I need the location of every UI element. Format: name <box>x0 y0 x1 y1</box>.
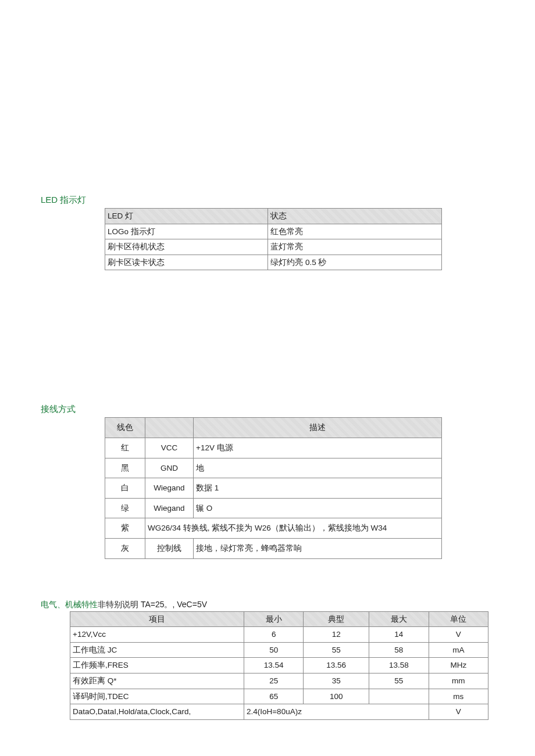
elec-header-typ: 典型 <box>304 611 369 627</box>
table-row: 有效距离 Q* 25 35 55 mm <box>70 673 488 689</box>
elec-typ: 35 <box>304 673 369 689</box>
elec-min: 50 <box>244 642 303 658</box>
table-row: 白 Wiegand 数据 1 <box>105 478 442 499</box>
wiring-header-color: 线色 <box>105 418 145 438</box>
table-row: 黑 GND 地 <box>105 458 442 478</box>
table-row: DataO,DataI,Hold/ata,Clock,Card, 2.4(IoH… <box>70 704 488 720</box>
wiring-header-signal <box>145 418 194 438</box>
table-row: 刷卡区待机状态 蓝灯常亮 <box>105 239 442 255</box>
elec-unit: mA <box>429 642 488 658</box>
led-heading: LED 指示灯 <box>41 195 494 206</box>
elec-item: 工作电流 JC <box>70 642 244 658</box>
table-header-row: 项目 最小 典型 最大 单位 <box>70 611 488 627</box>
elec-item: 有效距离 Q* <box>70 673 244 689</box>
section-wiring: 接线方式 线色 描述 红 VCC +12V 电源 黑 GND 地 白 Wiega… <box>41 404 494 558</box>
led-cell: 蓝灯常亮 <box>268 239 442 255</box>
section-led: LED 指示灯 LED 灯 状态 LOGo 指示灯 红色常亮 刷卡区待机状态 蓝… <box>41 195 494 270</box>
elec-header-unit: 单位 <box>429 611 488 627</box>
wiring-signal: GND <box>145 458 194 478</box>
wiring-color: 绿 <box>105 498 145 518</box>
elec-max: 55 <box>369 673 429 689</box>
wiring-desc: WG26/34 转换线, 紫线不接为 W26（默认输出），紫线接地为 W34 <box>145 518 442 539</box>
wiring-desc: 辗 O <box>194 498 442 518</box>
wiring-signal: Wiegand <box>145 498 194 518</box>
table-row: 灰 控制线 接地，绿灯常亮，蜂鸣器常响 <box>105 538 442 558</box>
table-row: LOGo 指示灯 红色常亮 <box>105 224 442 239</box>
table-header-row: 线色 描述 <box>105 418 442 438</box>
elec-min: 25 <box>244 673 303 689</box>
table-row: 工作电流 JC 50 55 58 mA <box>70 642 488 658</box>
elec-span: 2.4(IoH=80uA)z <box>244 704 429 720</box>
elec-min: 65 <box>244 689 303 704</box>
wiring-desc: 接地，绿灯常亮，蜂鸣器常响 <box>194 538 442 558</box>
wiring-signal: Wiegand <box>145 478 194 499</box>
elec-header-max: 最大 <box>369 611 429 627</box>
elec-typ: 13.56 <box>304 658 369 673</box>
led-header-status: 状态 <box>268 209 442 224</box>
led-cell: 刷卡区读卡状态 <box>105 255 268 270</box>
led-cell: LOGo 指示灯 <box>105 224 268 239</box>
elec-heading-green: 电气、机械特性 <box>41 600 98 610</box>
elec-min: 6 <box>244 627 303 643</box>
electrical-heading: 电气、机械特性 非特别说明 TA=25。, VeC=5V <box>41 600 494 610</box>
electrical-table: 项目 最小 典型 最大 单位 +12V,Vcc 6 12 14 V 工作电流 J… <box>70 611 488 720</box>
elec-item: +12V,Vcc <box>70 627 244 643</box>
wiring-desc: +12V 电源 <box>194 438 442 458</box>
elec-max <box>369 689 429 704</box>
table-header-row: LED 灯 状态 <box>105 209 442 224</box>
table-row: +12V,Vcc 6 12 14 V <box>70 627 488 643</box>
elec-typ: 55 <box>304 642 369 658</box>
wiring-color: 紫 <box>105 518 145 539</box>
wiring-color: 红 <box>105 438 145 458</box>
elec-item: 译码时间,TDEC <box>70 689 244 704</box>
led-header-led: LED 灯 <box>105 209 268 224</box>
table-row: 红 VCC +12V 电源 <box>105 438 442 458</box>
wiring-signal: VCC <box>145 438 194 458</box>
elec-min: 13.54 <box>244 658 303 673</box>
elec-typ: 100 <box>304 689 369 704</box>
wiring-heading: 接线方式 <box>41 404 494 415</box>
elec-max: 13.58 <box>369 658 429 673</box>
led-cell: 红色常亮 <box>268 224 442 239</box>
led-cell: 绿灯约亮 0.5 秒 <box>268 255 442 270</box>
wiring-signal: 控制线 <box>145 538 194 558</box>
elec-unit: V <box>429 627 488 643</box>
wiring-header-desc: 描述 <box>194 418 442 438</box>
table-row: 工作频率,FRES 13.54 13.56 13.58 MHz <box>70 658 488 673</box>
wiring-color: 白 <box>105 478 145 499</box>
elec-typ: 12 <box>304 627 369 643</box>
wiring-color: 黑 <box>105 458 145 478</box>
elec-header-min: 最小 <box>244 611 303 627</box>
elec-unit: ms <box>429 689 488 704</box>
section-electrical: 电气、机械特性 非特别说明 TA=25。, VeC=5V 项目 最小 典型 最大… <box>41 600 494 720</box>
wiring-desc: 数据 1 <box>194 478 442 499</box>
elec-item: 工作频率,FRES <box>70 658 244 673</box>
elec-header-item: 项目 <box>70 611 244 627</box>
elec-unit: MHz <box>429 658 488 673</box>
table-row: 译码时间,TDEC 65 100 ms <box>70 689 488 704</box>
table-row: 刷卡区读卡状态 绿灯约亮 0.5 秒 <box>105 255 442 270</box>
elec-item: DataO,DataI,Hold/ata,Clock,Card, <box>70 704 244 720</box>
elec-unit: V <box>429 704 488 720</box>
elec-heading-black: 非特别说明 TA=25。, VeC=5V <box>98 600 207 610</box>
elec-unit: mm <box>429 673 488 689</box>
led-cell: 刷卡区待机状态 <box>105 239 268 255</box>
table-row: 绿 Wiegand 辗 O <box>105 498 442 518</box>
wiring-desc: 地 <box>194 458 442 478</box>
table-row: 紫 WG26/34 转换线, 紫线不接为 W26（默认输出），紫线接地为 W34 <box>105 518 442 539</box>
elec-max: 58 <box>369 642 429 658</box>
wiring-table: 线色 描述 红 VCC +12V 电源 黑 GND 地 白 Wiegand 数据… <box>105 417 442 558</box>
elec-max: 14 <box>369 627 429 643</box>
wiring-color: 灰 <box>105 538 145 558</box>
led-table: LED 灯 状态 LOGo 指示灯 红色常亮 刷卡区待机状态 蓝灯常亮 刷卡区读… <box>105 208 442 270</box>
